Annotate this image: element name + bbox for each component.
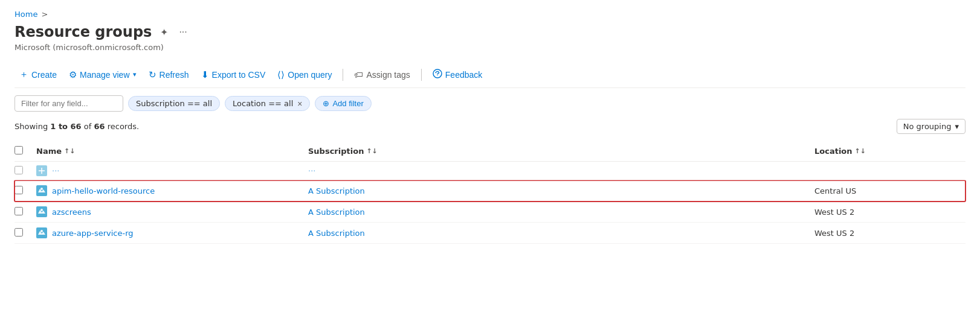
open-query-button[interactable]: ⟨⟩ Open query [272,67,337,83]
row-0-subscription[interactable]: A Subscription [308,186,365,195]
query-icon: ⟨⟩ [277,69,285,80]
row-0-name-text: apim-hello-world-resource [52,186,155,195]
grouping-label: No grouping [903,122,952,131]
row-2-location: West US 2 [814,229,965,238]
svg-point-8 [40,230,43,232]
name-column-label: Name [36,147,62,156]
page-subtitle: Microsoft (microsoft.onmicrosoft.com) [15,43,965,52]
row-2-checkbox[interactable] [15,228,23,237]
table-header: Name ↑↓ Subscription ↑↓ Location ↑↓ [15,141,965,162]
resource-icon-0 [36,185,47,196]
export-csv-label: Export to CSV [212,70,266,80]
refresh-button[interactable]: ↻ Refresh [144,67,194,83]
create-button[interactable]: ＋ Create [15,66,62,83]
location-filter-chip[interactable]: Location == all × [225,96,310,111]
location-column-label: Location [814,147,853,156]
row-2-name-link[interactable]: azure-app-service-rg [36,227,308,238]
name-column-header: Name ↑↓ [36,146,308,156]
select-all-checkbox[interactable] [15,146,23,154]
add-filter-button[interactable]: ⊕ Add filter [315,96,371,111]
assign-tags-label: Assign tags [366,70,410,80]
row-partial-name-link[interactable]: ··· [36,165,308,176]
row-2-subscription[interactable]: A Subscription [308,229,365,238]
subscription-filter-label: Subscription == all [136,99,212,108]
feedback-icon [433,69,442,80]
row-0-name-link[interactable]: apim-hello-world-resource [36,185,308,196]
row-1-location: West US 2 [814,208,965,217]
add-filter-label: Add filter [332,99,363,108]
location-filter-close[interactable]: × [297,100,302,108]
row-partial-checkbox[interactable] [15,166,23,174]
add-filter-icon: ⊕ [323,99,329,108]
grouping-dropdown[interactable]: No grouping ▾ [897,119,965,134]
row-partial-subscription[interactable]: ··· [308,167,315,176]
page-title: Resource groups [15,24,152,40]
grouping-chevron-icon: ▾ [955,122,959,131]
refresh-icon: ↻ [149,69,156,80]
breadcrumb-home[interactable]: Home [15,10,37,19]
subscription-column-header: Subscription ↑↓ [308,146,814,156]
resource-icon-partial [36,165,47,176]
svg-rect-5 [36,206,47,217]
subscription-column-label: Subscription [308,147,364,156]
location-filter-label: Location == all [233,99,293,108]
svg-rect-7 [36,227,47,238]
row-0-location: Central US [814,186,965,195]
table-row-0: apim-hello-world-resource A Subscription… [15,180,965,202]
plus-icon: ＋ [19,69,28,80]
chevron-down-icon: ▾ [133,71,137,78]
row-1-name-link[interactable]: azscreens [36,206,308,217]
row-partial-name-text: ··· [52,167,59,176]
table-row-2: azure-app-service-rg A Subscription West… [15,223,965,244]
name-sort-icon[interactable]: ↑↓ [64,147,75,155]
breadcrumb: Home > [15,10,965,19]
filter-input[interactable] [15,95,123,112]
row-1-subscription[interactable]: A Subscription [308,208,365,217]
subscription-filter-chip[interactable]: Subscription == all [128,96,220,111]
svg-point-4 [40,188,43,190]
create-label: Create [31,70,57,80]
row-1-name-text: azscreens [52,208,91,217]
tag-icon: 🏷 [354,69,363,80]
export-csv-button[interactable]: ⬇ Export to CSV [196,67,271,83]
row-0-checkbox[interactable] [15,186,23,194]
assign-tags-button[interactable]: 🏷 Assign tags [349,67,414,82]
table-row-1: azscreens A Subscription West US 2 [15,202,965,223]
header-checkbox-col [15,146,36,156]
toolbar-divider-2 [421,69,422,81]
feedback-button[interactable]: Feedback [428,66,487,83]
manage-view-button[interactable]: ⚙ Manage view ▾ [64,67,141,83]
location-sort-icon[interactable]: ↑↓ [855,147,866,155]
resource-icon-2 [36,227,47,238]
row-2-name-text: azure-app-service-rg [52,229,134,238]
feedback-label: Feedback [445,70,482,80]
svg-rect-3 [36,185,47,196]
records-info: Showing 1 to 66 of 66 records. No groupi… [15,119,965,134]
svg-point-1 [437,75,437,75]
download-icon: ⬇ [201,69,209,80]
location-column-header: Location ↑↓ [814,146,965,156]
page-header: Resource groups ✦ ··· [15,24,965,40]
pin-icon-button[interactable]: ✦ [158,25,170,39]
row-1-checkbox[interactable] [15,207,23,215]
svg-point-6 [40,209,43,211]
refresh-label: Refresh [160,70,189,80]
filter-row: Subscription == all Location == all × ⊕ … [15,95,965,112]
gear-icon: ⚙ [69,69,77,80]
open-query-label: Open query [288,70,332,80]
breadcrumb-separator: > [41,10,48,19]
more-options-button[interactable]: ··· [176,25,189,39]
records-info-text: Showing 1 to 66 of 66 records. [15,122,139,131]
table-row-partial: ··· ··· [15,162,965,180]
resource-table: Name ↑↓ Subscription ↑↓ Location ↑↓ ··· … [15,141,965,244]
toolbar: ＋ Create ⚙ Manage view ▾ ↻ Refresh ⬇ Exp… [15,62,965,88]
toolbar-divider-1 [343,69,343,81]
manage-view-label: Manage view [80,70,130,80]
resource-icon-1 [36,206,47,217]
subscription-sort-icon[interactable]: ↑↓ [366,147,377,155]
